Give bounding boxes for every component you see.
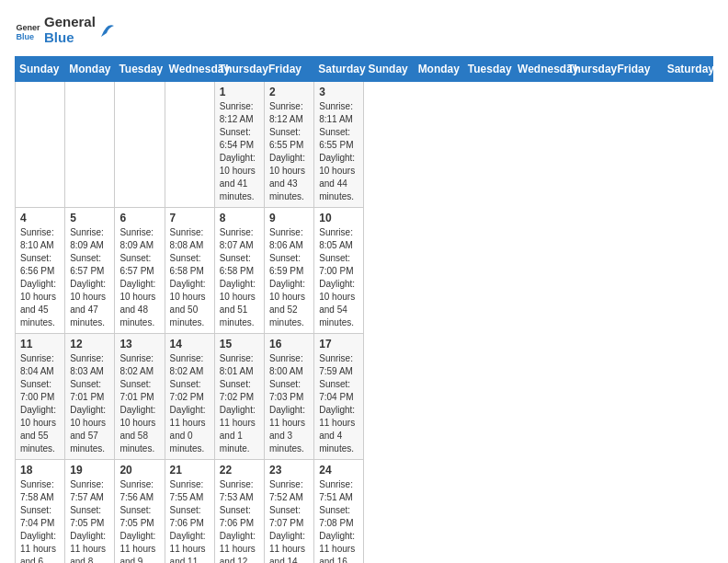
day-number: 24 bbox=[319, 464, 358, 477]
calendar-cell bbox=[16, 82, 65, 208]
day-number: 2 bbox=[269, 86, 309, 98]
svg-text:General: General bbox=[16, 23, 40, 32]
header-friday: Friday bbox=[265, 57, 314, 82]
cell-info: Sunrise: 7:59 AM Sunset: 7:04 PM Dayligh… bbox=[319, 352, 358, 455]
calendar-cell: 18Sunrise: 7:58 AM Sunset: 7:04 PM Dayli… bbox=[16, 460, 65, 564]
calendar-header-row: SundayMondayTuesdayWednesdayThursdayFrid… bbox=[16, 57, 713, 82]
cell-info: Sunrise: 8:12 AM Sunset: 6:55 PM Dayligh… bbox=[269, 100, 309, 203]
header-day-monday: Monday bbox=[414, 57, 463, 82]
day-number: 6 bbox=[119, 212, 159, 224]
logo: General Blue General Blue bbox=[15, 15, 116, 45]
day-number: 7 bbox=[170, 212, 210, 224]
day-number: 17 bbox=[319, 338, 358, 350]
header-day-tuesday: Tuesday bbox=[463, 57, 513, 82]
cell-info: Sunrise: 8:09 AM Sunset: 6:57 PM Dayligh… bbox=[119, 226, 159, 329]
cell-info: Sunrise: 8:00 AM Sunset: 7:03 PM Dayligh… bbox=[269, 352, 309, 455]
cell-info: Sunrise: 8:04 AM Sunset: 7:00 PM Dayligh… bbox=[20, 352, 60, 455]
header-tuesday: Tuesday bbox=[115, 57, 165, 82]
calendar-cell: 3Sunrise: 8:11 AM Sunset: 6:55 PM Daylig… bbox=[314, 82, 364, 208]
day-number: 20 bbox=[119, 464, 159, 477]
header-day-thursday: Thursday bbox=[563, 57, 613, 82]
cell-info: Sunrise: 7:55 AM Sunset: 7:06 PM Dayligh… bbox=[170, 478, 210, 563]
header-thursday: Thursday bbox=[214, 57, 264, 82]
day-number: 12 bbox=[70, 338, 109, 350]
day-number: 4 bbox=[20, 212, 60, 224]
cell-info: Sunrise: 7:51 AM Sunset: 7:08 PM Dayligh… bbox=[319, 478, 358, 563]
calendar-week-row: 1Sunrise: 8:12 AM Sunset: 6:54 PM Daylig… bbox=[16, 82, 713, 208]
cell-info: Sunrise: 8:10 AM Sunset: 6:56 PM Dayligh… bbox=[20, 226, 60, 329]
day-number: 23 bbox=[269, 464, 309, 477]
calendar-cell: 14Sunrise: 8:02 AM Sunset: 7:02 PM Dayli… bbox=[165, 334, 214, 460]
calendar-cell: 15Sunrise: 8:01 AM Sunset: 7:02 PM Dayli… bbox=[214, 334, 264, 460]
calendar-cell: 19Sunrise: 7:57 AM Sunset: 7:05 PM Dayli… bbox=[65, 460, 115, 564]
calendar-table: SundayMondayTuesdayWednesdayThursdayFrid… bbox=[15, 56, 713, 563]
calendar-cell: 21Sunrise: 7:55 AM Sunset: 7:06 PM Dayli… bbox=[165, 460, 214, 564]
calendar-cell: 2Sunrise: 8:12 AM Sunset: 6:55 PM Daylig… bbox=[265, 82, 314, 208]
calendar-cell: 23Sunrise: 7:52 AM Sunset: 7:07 PM Dayli… bbox=[265, 460, 314, 564]
cell-info: Sunrise: 7:53 AM Sunset: 7:06 PM Dayligh… bbox=[220, 478, 259, 563]
cell-info: Sunrise: 8:12 AM Sunset: 6:54 PM Dayligh… bbox=[220, 100, 259, 203]
calendar-cell: 7Sunrise: 8:08 AM Sunset: 6:58 PM Daylig… bbox=[165, 208, 214, 334]
calendar-cell: 6Sunrise: 8:09 AM Sunset: 6:57 PM Daylig… bbox=[115, 208, 165, 334]
cell-info: Sunrise: 8:03 AM Sunset: 7:01 PM Dayligh… bbox=[70, 352, 109, 455]
header-day-sunday: Sunday bbox=[364, 57, 414, 82]
calendar-week-row: 18Sunrise: 7:58 AM Sunset: 7:04 PM Dayli… bbox=[16, 460, 713, 564]
cell-info: Sunrise: 8:02 AM Sunset: 7:01 PM Dayligh… bbox=[119, 352, 159, 455]
cell-info: Sunrise: 8:07 AM Sunset: 6:58 PM Dayligh… bbox=[220, 226, 259, 329]
cell-info: Sunrise: 7:56 AM Sunset: 7:05 PM Dayligh… bbox=[119, 478, 159, 563]
calendar-week-row: 4Sunrise: 8:10 AM Sunset: 6:56 PM Daylig… bbox=[16, 208, 713, 334]
day-number: 14 bbox=[170, 338, 210, 350]
cell-info: Sunrise: 7:52 AM Sunset: 7:07 PM Dayligh… bbox=[269, 478, 309, 563]
calendar-cell: 20Sunrise: 7:56 AM Sunset: 7:05 PM Dayli… bbox=[115, 460, 165, 564]
header-sunday: Sunday bbox=[16, 57, 65, 82]
calendar-cell: 12Sunrise: 8:03 AM Sunset: 7:01 PM Dayli… bbox=[65, 334, 115, 460]
day-number: 22 bbox=[220, 464, 259, 477]
svg-text:Blue: Blue bbox=[16, 31, 34, 40]
calendar-cell: 24Sunrise: 7:51 AM Sunset: 7:08 PM Dayli… bbox=[314, 460, 364, 564]
calendar-cell bbox=[115, 82, 165, 208]
header-wednesday: Wednesday bbox=[165, 57, 214, 82]
calendar-cell bbox=[65, 82, 115, 208]
header-saturday: Saturday bbox=[314, 57, 364, 82]
day-number: 11 bbox=[20, 338, 60, 350]
day-number: 16 bbox=[269, 338, 309, 350]
cell-info: Sunrise: 8:02 AM Sunset: 7:02 PM Dayligh… bbox=[170, 352, 210, 455]
calendar-cell: 17Sunrise: 7:59 AM Sunset: 7:04 PM Dayli… bbox=[314, 334, 364, 460]
calendar-cell: 22Sunrise: 7:53 AM Sunset: 7:06 PM Dayli… bbox=[214, 460, 264, 564]
calendar-cell: 10Sunrise: 8:05 AM Sunset: 7:00 PM Dayli… bbox=[314, 208, 364, 334]
day-number: 3 bbox=[319, 86, 358, 98]
logo-bird-icon bbox=[99, 20, 116, 40]
page-header: General Blue General Blue bbox=[15, 15, 713, 45]
calendar-cell: 5Sunrise: 8:09 AM Sunset: 6:57 PM Daylig… bbox=[65, 208, 115, 334]
cell-info: Sunrise: 8:01 AM Sunset: 7:02 PM Dayligh… bbox=[220, 352, 259, 455]
logo-icon: General Blue bbox=[15, 17, 40, 43]
logo-blue: Blue bbox=[44, 30, 96, 46]
calendar-cell: 8Sunrise: 8:07 AM Sunset: 6:58 PM Daylig… bbox=[214, 208, 264, 334]
calendar-cell: 16Sunrise: 8:00 AM Sunset: 7:03 PM Dayli… bbox=[265, 334, 314, 460]
cell-info: Sunrise: 8:05 AM Sunset: 7:00 PM Dayligh… bbox=[319, 226, 358, 329]
day-number: 10 bbox=[319, 212, 358, 224]
day-number: 8 bbox=[220, 212, 259, 224]
cell-info: Sunrise: 8:08 AM Sunset: 6:58 PM Dayligh… bbox=[170, 226, 210, 329]
calendar-cell: 9Sunrise: 8:06 AM Sunset: 6:59 PM Daylig… bbox=[265, 208, 314, 334]
calendar-cell bbox=[165, 82, 214, 208]
header-monday: Monday bbox=[65, 57, 115, 82]
day-number: 19 bbox=[70, 464, 109, 477]
day-number: 1 bbox=[220, 86, 259, 98]
day-number: 13 bbox=[119, 338, 159, 350]
cell-info: Sunrise: 8:06 AM Sunset: 6:59 PM Dayligh… bbox=[269, 226, 309, 329]
calendar-cell: 13Sunrise: 8:02 AM Sunset: 7:01 PM Dayli… bbox=[115, 334, 165, 460]
calendar-cell: 11Sunrise: 8:04 AM Sunset: 7:00 PM Dayli… bbox=[16, 334, 65, 460]
calendar-cell: 1Sunrise: 8:12 AM Sunset: 6:54 PM Daylig… bbox=[214, 82, 264, 208]
cell-info: Sunrise: 7:58 AM Sunset: 7:04 PM Dayligh… bbox=[20, 478, 60, 563]
calendar-cell: 4Sunrise: 8:10 AM Sunset: 6:56 PM Daylig… bbox=[16, 208, 65, 334]
calendar-week-row: 11Sunrise: 8:04 AM Sunset: 7:00 PM Dayli… bbox=[16, 334, 713, 460]
day-number: 5 bbox=[70, 212, 109, 224]
header-day-saturday: Saturday bbox=[663, 57, 712, 82]
day-number: 21 bbox=[170, 464, 210, 477]
header-day-wednesday: Wednesday bbox=[514, 57, 563, 82]
day-number: 15 bbox=[220, 338, 259, 350]
logo-general: General bbox=[44, 15, 96, 30]
cell-info: Sunrise: 8:09 AM Sunset: 6:57 PM Dayligh… bbox=[70, 226, 109, 329]
cell-info: Sunrise: 8:11 AM Sunset: 6:55 PM Dayligh… bbox=[319, 100, 358, 203]
